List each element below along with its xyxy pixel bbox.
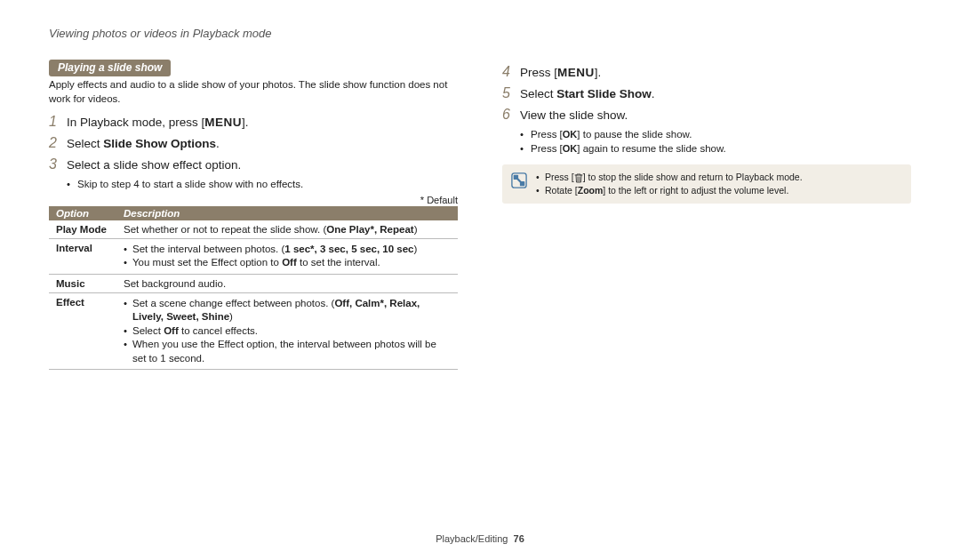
left-column: Playing a slide show Apply effects and a… [49,60,458,370]
table-row: Music Set background audio. [49,274,458,292]
t: Press [ [531,143,563,154]
option-desc: Set background audio. [116,274,458,292]
trash-icon [574,173,583,183]
table-row: Interval Set the interval between photos… [49,238,458,274]
t: ] to pause the slide show. [577,129,692,140]
step-text: Select Start Slide Show. [520,86,655,102]
step-5: 5 Select Start Slide Show. [502,86,911,102]
section-heading: Playing a slide show [49,60,171,76]
option-name: Music [49,274,116,292]
step-6: 6 View the slide show. [502,108,911,124]
svg-rect-3 [520,181,524,186]
option-desc: Set the interval between photos. (1 sec*… [116,238,458,274]
step-text-post: ]. [242,116,249,129]
desc-bullet: Select Off to cancel effects. [124,324,451,339]
step-number: 5 [502,86,520,100]
step-number: 3 [49,157,67,172]
note-box: Press [] to stop the slide show and retu… [502,164,911,203]
t: Press [ [531,129,563,140]
ok-button-label: OK [563,142,578,156]
t: ] to stop the slide show and return to P… [583,172,803,182]
step-text: In Playback mode, press [MENU]. [67,115,249,131]
footer-section: Playback/Editing [436,533,508,544]
desc-bullet: When you use the Effect option, the inte… [124,338,451,365]
t: Select [520,87,556,100]
desc-bold: One Play*, Repeat [326,224,413,235]
step-text: Press [MENU]. [520,65,601,81]
footer-page-number: 76 [514,533,524,544]
menu-button-label: MENU [204,116,242,129]
menu-button-label: MENU [557,66,595,79]
step-text: View the slide show. [520,108,628,124]
note-list: Press [] to stop the slide show and retu… [536,171,803,196]
table-header-description: Description [116,206,458,220]
step-1: 1 In Playback mode, press [MENU]. [49,115,458,131]
step-text-pre: Select [67,137,103,150]
step-text: Select a slide show effect option. [67,157,241,173]
step-4: 4 Press [MENU]. [502,65,911,81]
t: 1 sec*, 3 sec, 5 sec, 10 sec [284,244,413,254]
t: ] to the left or right to adjust the vol… [603,185,788,196]
t: ] again to resume the slide show. [577,143,726,154]
t: to set the interval. [297,257,380,268]
sub-bullet: Skip to step 4 to start a slide show wit… [67,177,458,191]
t: ]. [595,66,602,79]
t: Set a scene change effect between photos… [132,298,334,308]
page-header: Viewing photos or videos in Playback mod… [49,27,911,40]
options-table: Option Description Play Mode Set whether… [49,206,458,371]
note-item: Press [] to stop the slide show and retu… [536,171,803,184]
t: Select [132,325,164,336]
sub-bullet: Press [OK] again to resume the slide sho… [520,141,911,156]
step-number: 4 [502,65,520,79]
default-note: * Default [49,195,458,205]
table-row: Effect Set a scene change effect between… [49,292,458,370]
step-number: 2 [49,136,67,150]
desc-bullet: You must set the Effect option to Off to… [124,256,451,270]
table-header-option: Option [49,206,116,220]
t: Press [ [520,66,557,79]
step-text-pre: In Playback mode, press [ [67,116,204,129]
desc-bullet: Set a scene change effect between photos… [124,297,451,324]
sub-bullet: Press [OK] to pause the slide show. [520,127,911,141]
step-6-sub: Press [OK] to pause the slide show. Pres… [520,127,911,156]
step-text-bold: Slide Show Options [103,137,216,150]
t: . [652,87,655,100]
t: to cancel effects. [179,325,258,336]
t: Start Slide Show [556,87,652,100]
desc-post: ) [414,224,418,235]
step-number: 1 [49,115,67,129]
note-item: Rotate [Zoom] to the left or right to ad… [536,184,803,197]
desc-pre: Set whether or not to repeat the slide s… [124,224,326,235]
option-desc: Set a scene change effect between photos… [116,292,458,370]
t: ) [229,311,233,322]
step-number: 6 [502,108,520,122]
t: Press [ [545,172,574,182]
t: Set the interval between photos. ( [132,244,284,254]
option-desc: Set whether or not to repeat the slide s… [116,220,458,239]
step-text: Select Slide Show Options. [67,136,220,152]
table-row: Play Mode Set whether or not to repeat t… [49,220,458,239]
option-name: Play Mode [49,220,116,239]
t: Rotate [ [545,185,578,196]
note-icon [511,172,527,188]
svg-rect-2 [514,175,518,180]
t: Off [282,257,297,268]
page-footer: Playback/Editing 76 [0,533,960,544]
intro-text: Apply effects and audio to a slide show … [49,78,458,106]
option-name: Interval [49,238,116,274]
option-name: Effect [49,292,116,370]
step-3-sub: Skip to step 4 to start a slide show wit… [67,177,458,191]
t: ) [413,244,417,254]
t: You must set the Effect option to [132,257,282,268]
t: Off [164,325,179,336]
right-column: 4 Press [MENU]. 5 Select Start Slide Sho… [502,60,911,370]
t: Zoom [578,185,604,196]
ok-button-label: OK [563,128,578,141]
step-text-post: . [216,137,220,150]
step-2: 2 Select Slide Show Options. [49,136,458,152]
desc-bullet: Set the interval between photos. (1 sec*… [124,243,451,257]
step-3: 3 Select a slide show effect option. [49,157,458,173]
